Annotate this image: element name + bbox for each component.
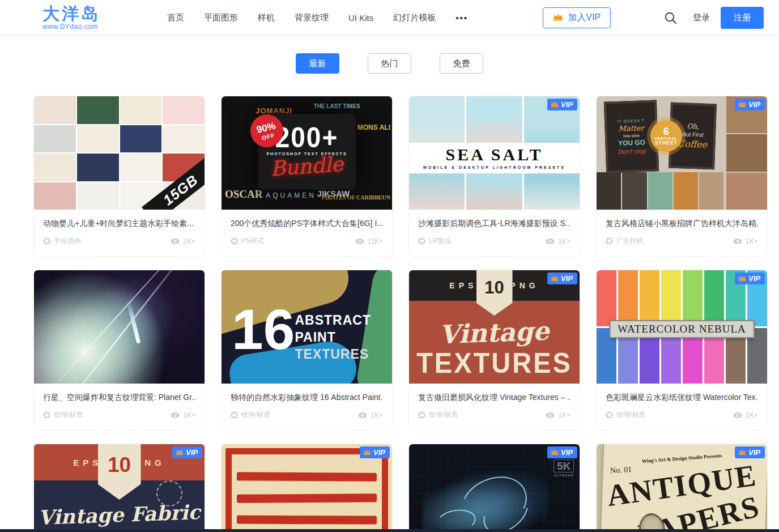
ring-icon	[43, 411, 50, 419]
card-thumbnail[interactable]: WATERCOLOR NEBULA VIP	[597, 270, 767, 384]
filter-latest[interactable]: 最新	[296, 53, 339, 74]
nav-item-slides[interactable]: 幻灯片模板	[393, 12, 436, 23]
card-title[interactable]: 行星、空间爆炸和复古纹理背景: Planet Gr...	[43, 393, 195, 403]
card-thumbnail[interactable]: SEA SALT MOBILE & DESKTOP LIGHTROOM PRES…	[409, 96, 580, 210]
card-space-explosion[interactable]: 行星、空间爆炸和复古纹理背景: Planet Gr... 纹理/材质 1K+	[34, 270, 205, 430]
ring-icon	[231, 237, 238, 245]
card-ps-text-effects[interactable]: JOMANJI THE LAST TIMES MONS ALI OSCAR AQ…	[222, 96, 392, 256]
category-stat[interactable]: 纹理/材质	[231, 410, 270, 420]
issue-number: No. 01	[610, 465, 632, 476]
card-vintage-fabric[interactable]: EPSPNG 10 Vintage Fabric TEXTURES VIP	[34, 444, 205, 532]
vip-badge: VIP	[735, 99, 765, 110]
category-label: 纹理/材质	[429, 410, 458, 420]
headline-block: TEXTURES	[409, 347, 580, 380]
card-title[interactable]: 色彩斑斓星云水彩纸张纹理 Watercolor Tex...	[606, 393, 758, 403]
header-actions: 加入VIP 登录 注册	[543, 7, 764, 29]
card-title[interactable]: 复古做旧磨损风化纹理 Vintage Textures – ...	[418, 393, 571, 403]
category-stat[interactable]: 手绘插画	[43, 236, 81, 246]
nav-item-graphics[interactable]: 平面图形	[204, 12, 238, 23]
card-thumbnail[interactable]: 5K ULTRAHD VIP	[409, 444, 580, 532]
ring-icon	[418, 411, 425, 419]
join-vip-button[interactable]: 加入VIP	[543, 7, 611, 28]
site-logo[interactable]: 大洋岛 www.DYdao.com	[42, 5, 100, 30]
card-thumbnail[interactable]: VIP	[222, 444, 392, 532]
card-meta: 沙滩摄影后期调色工具-LR海滩摄影预设 S... LR预设 1K+	[409, 210, 580, 256]
category-stat[interactable]: LR预设	[418, 236, 451, 246]
nav-item-home[interactable]: 首页	[167, 12, 184, 23]
register-button[interactable]: 注册	[721, 7, 764, 29]
art-text: AQUAMEN	[266, 191, 316, 199]
card-title[interactable]: 200个优秀炫酷的PS字体样式大合集[6G] I...	[231, 219, 383, 229]
count-pennant: 10	[98, 444, 141, 500]
category-stat[interactable]: PS样式	[231, 236, 264, 246]
category-stat[interactable]: 纹理/材质	[43, 410, 83, 420]
nav-item-uikits[interactable]: UI Kits	[348, 13, 373, 23]
category-stat[interactable]: 纹理/材质	[606, 410, 645, 420]
category-label: 纹理/材质	[54, 410, 83, 420]
filter-free[interactable]: 免费	[440, 53, 483, 74]
street-photos	[726, 96, 767, 210]
art-text: THE LAST TIMES	[314, 103, 360, 109]
card-red-stripes[interactable]: VIP	[222, 444, 392, 532]
views-stat: 1K+	[546, 411, 571, 419]
views-count: 1K+	[558, 237, 571, 245]
crown-icon	[553, 12, 563, 23]
category-stat[interactable]: 纹理/材质	[418, 410, 458, 420]
card-meta: 动物婴儿+儿童+时尚梦幻主题水彩手绘素... 手绘插画 2K+	[34, 210, 205, 256]
nav-item-mockups[interactable]: 样机	[258, 12, 275, 23]
card-thumbnail[interactable]: EPSPNG 10 Vintage Fabric TEXTURES VIP	[34, 444, 205, 532]
eye-icon	[358, 412, 367, 419]
count-pennant: 10	[476, 270, 513, 316]
category-label: 纹理/材质	[241, 410, 270, 420]
ring-icon	[606, 411, 613, 419]
join-vip-label: 加入VIP	[568, 12, 601, 24]
card-vintage-textures[interactable]: EPSPNG 10 Vintage TEXTURES VIP 复古做旧磨损风化纹…	[409, 270, 580, 430]
vip-badge: VIP	[547, 99, 577, 110]
category-stat[interactable]: 广告样机	[606, 236, 644, 246]
card-watercolor-nebula[interactable]: WATERCOLOR NEBULA VIP 色彩斑斓星云水彩纸张纹理 Water…	[597, 270, 767, 430]
nav-more-button[interactable]: •••	[456, 13, 468, 23]
card-electric-creature[interactable]: 5K ULTRAHD VIP	[409, 444, 580, 532]
title-band: SEA SALT MOBILE & DESKTOP LIGHTROOM PRES…	[409, 143, 580, 173]
card-grid: 15GB 动物婴儿+儿童+时尚梦幻主题水彩手绘素... 手绘插画 2K+ JOM…	[34, 96, 768, 532]
card-watercolor-collage[interactable]: 15GB 动物婴儿+儿童+时尚梦幻主题水彩手绘素... 手绘插画 2K+	[34, 96, 205, 256]
card-sea-salt-presets[interactable]: SEA SALT MOBILE & DESKTOP LIGHTROOM PRES…	[409, 96, 580, 256]
views-count: 1K+	[746, 237, 758, 245]
views-stat: 1K+	[733, 237, 758, 245]
card-meta: 200个优秀炫酷的PS字体样式大合集[6G] I... PS样式 11K+	[222, 210, 392, 256]
card-thumbnail[interactable]	[34, 270, 205, 384]
views-stat: 1K+	[171, 411, 195, 419]
card-thumbnail[interactable]: Wing's Art & Design Studio Presents No. …	[597, 444, 767, 532]
card-meta: 色彩斑斓星云水彩纸张纹理 Watercolor Tex... 纹理/材质 1K+	[597, 384, 767, 430]
category-label: PS样式	[241, 236, 264, 246]
search-icon[interactable]	[664, 11, 677, 24]
card-thumbnail[interactable]: 15GB	[34, 96, 205, 210]
headline: SEA SALT	[409, 146, 580, 163]
eye-icon	[733, 238, 742, 245]
card-thumbnail[interactable]: IT DOESN'T Matter how slow YOU GO Don't …	[597, 96, 767, 210]
views-stat: 1K+	[358, 411, 383, 419]
vip-badge: VIP	[547, 273, 577, 284]
card-antique-papers[interactable]: Wing's Art & Design Studio Presents No. …	[597, 444, 767, 532]
card-meta: 复古做旧磨损风化纹理 Vintage Textures – ... 纹理/材质 …	[409, 384, 580, 430]
nav-item-textures[interactable]: 背景纹理	[295, 12, 329, 23]
card-title[interactable]: 沙滩摄影后期调色工具-LR海滩摄影预设 S...	[418, 219, 571, 229]
card-title[interactable]: 独特的自然水彩抽象纹理 16 Abstract Paint...	[231, 393, 383, 403]
crown-icon	[551, 274, 559, 283]
ring-icon	[418, 237, 425, 245]
crown-icon	[738, 100, 746, 109]
card-title[interactable]: 复古风格店铺小黑板招牌广告样机大洋岛精...	[606, 219, 758, 229]
card-thumbnail[interactable]: EPSPNG 10 Vintage TEXTURES VIP	[409, 270, 580, 384]
card-thumbnail[interactable]: JOMANJI THE LAST TIMES MONS ALI OSCAR AQ…	[222, 96, 392, 210]
card-title[interactable]: 动物婴儿+儿童+时尚梦幻主题水彩手绘素...	[43, 219, 195, 229]
header: 大洋岛 www.DYdao.com 首页 平面图形 样机 背景纹理 UI Kit…	[0, 0, 779, 36]
art-text: OSCAR	[225, 188, 263, 201]
category-label: LR预设	[429, 236, 451, 246]
card-thumbnail[interactable]: 16 ABSTRACT PAINT TEXTURES	[222, 270, 392, 384]
card-abstract-paint[interactable]: 16 ABSTRACT PAINT TEXTURES 独特的自然水彩抽象纹理 1…	[222, 270, 392, 430]
views-stat: 1K+	[733, 411, 758, 419]
card-chalkboard-mockup[interactable]: IT DOESN'T Matter how slow YOU GO Don't …	[597, 96, 767, 256]
login-link[interactable]: 登录	[693, 12, 710, 23]
filter-hot[interactable]: 热门	[368, 53, 411, 74]
site-logo-name: 大洋岛	[42, 5, 100, 22]
